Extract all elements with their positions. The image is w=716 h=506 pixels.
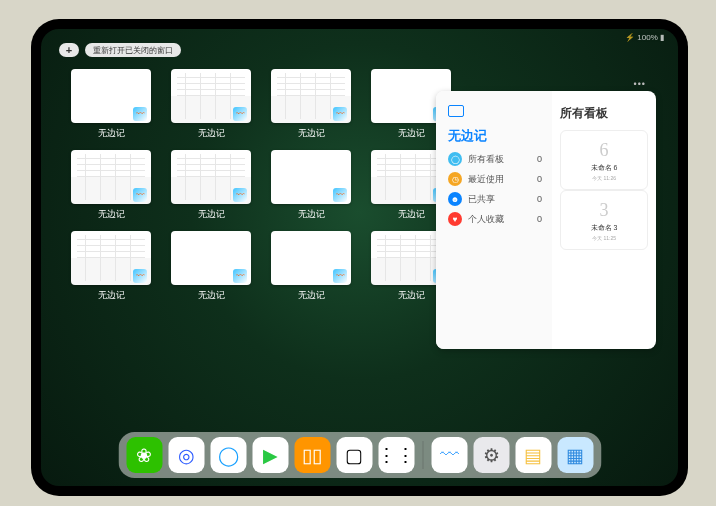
window-thumb[interactable]: 〰无边记 xyxy=(71,69,151,140)
window-thumb[interactable]: 〰无边记 xyxy=(271,69,351,140)
top-bar: + 重新打开已关闭的窗口 xyxy=(59,43,181,57)
dock-play-icon[interactable]: ▶ xyxy=(252,437,288,473)
dock-quark-icon[interactable]: ◎ xyxy=(168,437,204,473)
sidebar-toggle-icon[interactable] xyxy=(448,105,464,117)
window-label: 无边记 xyxy=(398,208,425,221)
sketch-icon: 6 xyxy=(600,140,609,161)
window-label: 无边记 xyxy=(98,208,125,221)
board-card[interactable]: 6未命名 6今天 11:26 xyxy=(560,130,648,190)
card-title: 未命名 3 xyxy=(591,223,618,233)
sidebar-item-label: 所有看板 xyxy=(468,153,504,166)
thumb-preview: 〰 xyxy=(71,69,151,123)
freeform-icon: 〰 xyxy=(333,107,347,121)
count-badge: 0 xyxy=(537,194,542,204)
freeform-icon: 〰 xyxy=(233,188,247,202)
window-label: 无边记 xyxy=(298,289,325,302)
dock-freeform-icon[interactable]: 〰 xyxy=(431,437,467,473)
window-grid: 〰无边记〰无边记〰无边记〰无边记〰无边记〰无边记〰无边记〰无边记〰无边记〰无边记… xyxy=(71,69,461,302)
card-title: 未命名 6 xyxy=(591,163,618,173)
screen: ⚡ 100% ▮ + 重新打开已关闭的窗口 〰无边记〰无边记〰无边记〰无边记〰无… xyxy=(41,29,678,486)
device-frame: ⚡ 100% ▮ + 重新打开已关闭的窗口 〰无边记〰无边记〰无边记〰无边记〰无… xyxy=(31,19,688,496)
window-label: 无边记 xyxy=(198,127,225,140)
window-label: 无边记 xyxy=(298,208,325,221)
window-label: 无边记 xyxy=(98,289,125,302)
freeform-icon: 〰 xyxy=(233,107,247,121)
dock-folder-icon[interactable]: ▦ xyxy=(557,437,593,473)
more-icon[interactable]: ••• xyxy=(634,79,646,89)
freeform-icon: 〰 xyxy=(133,188,147,202)
count-badge: 0 xyxy=(537,174,542,184)
dock-qqbrowser-icon[interactable]: ◯ xyxy=(210,437,246,473)
dock-wechat-icon[interactable]: ❀ xyxy=(126,437,162,473)
freeform-icon: 〰 xyxy=(133,269,147,283)
freeform-icon: 〰 xyxy=(133,107,147,121)
reopen-closed-pill[interactable]: 重新打开已关闭的窗口 xyxy=(85,43,181,57)
window-label: 无边记 xyxy=(398,289,425,302)
panel-sidebar: 无边记 ◯所有看板0◷最近使用0☻已共享0♥个人收藏0 xyxy=(436,91,552,349)
sidebar-item[interactable]: ◷最近使用0 xyxy=(448,169,542,189)
board-card[interactable]: 3未命名 3今天 11:25 xyxy=(560,190,648,250)
category-icon: ◯ xyxy=(448,152,462,166)
window-thumb[interactable]: 〰无边记 xyxy=(271,150,351,221)
dock-books-icon[interactable]: ▯▯ xyxy=(294,437,330,473)
category-icon: ♥ xyxy=(448,212,462,226)
panel-content: 所有看板 6未命名 6今天 11:263未命名 3今天 11:25 xyxy=(552,91,656,349)
window-thumb[interactable]: 〰无边记 xyxy=(271,231,351,302)
dock: ❀◎◯▶▯▯▢⋮⋮〰⚙▤▦ xyxy=(118,432,601,478)
sketch-icon: 3 xyxy=(600,200,609,221)
preview-panel: 无边记 ◯所有看板0◷最近使用0☻已共享0♥个人收藏0 所有看板 6未命名 6今… xyxy=(436,91,656,349)
dock-dice-icon[interactable]: ▢ xyxy=(336,437,372,473)
panel-title: 无边记 xyxy=(448,127,542,145)
sidebar-item-label: 已共享 xyxy=(468,193,495,206)
window-label: 无边记 xyxy=(98,127,125,140)
thumb-preview: 〰 xyxy=(271,150,351,204)
window-thumb[interactable]: 〰无边记 xyxy=(71,231,151,302)
window-label: 无边记 xyxy=(198,289,225,302)
panel-right-title: 所有看板 xyxy=(560,105,648,122)
sidebar-item[interactable]: ◯所有看板0 xyxy=(448,149,542,169)
dock-notes-icon[interactable]: ▤ xyxy=(515,437,551,473)
freeform-icon: 〰 xyxy=(333,188,347,202)
dock-nodes-icon[interactable]: ⋮⋮ xyxy=(378,437,414,473)
window-label: 无边记 xyxy=(298,127,325,140)
thumb-preview: 〰 xyxy=(71,150,151,204)
thumb-preview: 〰 xyxy=(71,231,151,285)
sidebar-item[interactable]: ♥个人收藏0 xyxy=(448,209,542,229)
card-subtitle: 今天 11:25 xyxy=(592,235,616,241)
thumb-preview: 〰 xyxy=(171,150,251,204)
category-icon: ◷ xyxy=(448,172,462,186)
window-thumb[interactable]: 〰无边记 xyxy=(71,150,151,221)
thumb-preview: 〰 xyxy=(271,231,351,285)
count-badge: 0 xyxy=(537,154,542,164)
thumb-preview: 〰 xyxy=(171,231,251,285)
window-thumb[interactable]: 〰无边记 xyxy=(171,231,251,302)
card-subtitle: 今天 11:26 xyxy=(592,175,616,181)
sidebar-item-label: 最近使用 xyxy=(468,173,504,186)
window-label: 无边记 xyxy=(398,127,425,140)
category-icon: ☻ xyxy=(448,192,462,206)
freeform-icon: 〰 xyxy=(333,269,347,283)
thumb-preview: 〰 xyxy=(171,69,251,123)
freeform-icon: 〰 xyxy=(233,269,247,283)
window-thumb[interactable]: 〰无边记 xyxy=(171,150,251,221)
dock-separator xyxy=(422,441,423,469)
window-label: 无边记 xyxy=(198,208,225,221)
sidebar-item[interactable]: ☻已共享0 xyxy=(448,189,542,209)
status-bar: ⚡ 100% ▮ xyxy=(625,33,664,42)
new-window-button[interactable]: + xyxy=(59,43,79,57)
window-thumb[interactable]: 〰无边记 xyxy=(171,69,251,140)
dock-settings-icon[interactable]: ⚙ xyxy=(473,437,509,473)
count-badge: 0 xyxy=(537,214,542,224)
thumb-preview: 〰 xyxy=(271,69,351,123)
sidebar-item-label: 个人收藏 xyxy=(468,213,504,226)
